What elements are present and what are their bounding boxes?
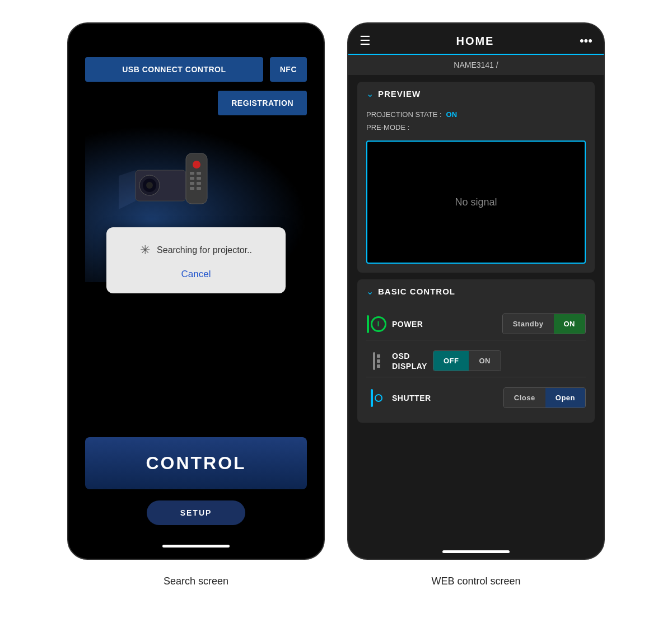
svg-point-3 (146, 182, 153, 189)
svg-rect-10 (190, 182, 194, 185)
svg-rect-6 (190, 172, 194, 175)
control-button[interactable]: CONTROL (85, 437, 307, 489)
spinner-icon: ✳ (140, 243, 150, 258)
projector-illustration (119, 137, 231, 226)
power-toggle-group: Standby ON (502, 314, 586, 334)
more-options-icon[interactable]: ••• (580, 34, 592, 48)
power-control-row: I POWER Standby ON (366, 308, 586, 340)
shutter-icon (366, 388, 386, 408)
bottom-buttons: CONTROL SETUP (85, 437, 307, 525)
preview-display: No signal (366, 141, 586, 264)
basic-control-section: ⌄ BASIC CONTROL I POWER (357, 279, 595, 423)
preview-section: ⌄ PREVIEW PROJECTION STATE : ON PRE-MODE… (357, 82, 595, 273)
top-buttons-row: USB CONNECT CONTROL NFC (85, 57, 307, 82)
svg-marker-14 (119, 170, 136, 209)
menu-icon[interactable]: ☰ (360, 34, 371, 48)
breadcrumb: NAME3141 / (348, 55, 604, 75)
basic-control-body: I POWER Standby ON (357, 303, 595, 423)
preview-body: PROJECTION STATE : ON PRE-MODE : No sign… (357, 106, 595, 273)
pre-mode-label: PRE-MODE : (366, 123, 409, 132)
searching-text: Searching for projector.. (157, 245, 252, 255)
preview-title: PREVIEW (378, 89, 421, 99)
svg-rect-12 (190, 187, 194, 190)
registration-button[interactable]: REGISTRATION (218, 91, 307, 115)
shutter-label: SHUTTER (392, 394, 498, 403)
search-dialog: ✳ Searching for projector.. Cancel (106, 227, 286, 293)
preview-header: ⌄ PREVIEW (357, 82, 595, 106)
right-screen-caption: WEB control screen (431, 575, 520, 587)
home-indicator-right (442, 550, 510, 553)
shutter-open-button[interactable]: Open (545, 388, 585, 408)
osd-icon (366, 351, 386, 371)
left-screen-caption: Search screen (164, 575, 228, 587)
svg-rect-9 (197, 177, 201, 180)
main-content: ⌄ PREVIEW PROJECTION STATE : ON PRE-MODE… (348, 75, 604, 559)
setup-button[interactable]: SETUP (147, 500, 246, 525)
home-indicator (162, 545, 230, 548)
pre-mode-row: PRE-MODE : (366, 123, 586, 132)
search-dialog-content: ✳ Searching for projector.. (140, 243, 252, 258)
shutter-close-button[interactable]: Close (504, 388, 545, 408)
osd-display-label: OSD (392, 352, 427, 361)
preview-chevron-icon: ⌄ (366, 88, 374, 99)
osd-on-button[interactable]: ON (469, 351, 501, 371)
projection-state-row: PROJECTION STATE : ON (366, 110, 586, 119)
power-label: POWER (392, 320, 497, 329)
app-header: ☰ HOME ••• (348, 24, 604, 55)
osd-display-label2: DISPLAY (392, 362, 427, 371)
shutter-control-row: SHUTTER Close Open (366, 382, 586, 414)
projection-state-label: PROJECTION STATE : (366, 110, 442, 119)
osd-off-button[interactable]: OFF (433, 351, 469, 371)
cancel-button[interactable]: Cancel (172, 266, 220, 282)
usb-connect-button[interactable]: USB CONNECT CONTROL (85, 57, 263, 82)
registration-row: REGISTRATION (85, 91, 307, 115)
projection-state-value: ON (446, 110, 458, 119)
basic-control-header: ⌄ BASIC CONTROL (357, 279, 595, 303)
osd-toggle-group: OFF ON (433, 350, 501, 371)
svg-rect-8 (190, 177, 194, 180)
svg-rect-11 (197, 182, 201, 185)
nfc-button[interactable]: NFC (270, 57, 307, 82)
no-signal-text: No signal (455, 196, 497, 208)
web-control-screen: ☰ HOME ••• NAME3141 / ⌄ PREVIEW PROJECTI… (347, 22, 605, 560)
basic-control-title: BASIC CONTROL (378, 287, 455, 296)
osd-label-block: OSD DISPLAY (392, 352, 427, 371)
svg-rect-13 (197, 187, 201, 190)
osd-display-control-row: OSD DISPLAY OFF ON (366, 345, 586, 377)
power-standby-button[interactable]: Standby (503, 314, 554, 334)
power-icon: I (366, 314, 386, 334)
projector-area: ✳ Searching for projector.. Cancel (85, 125, 307, 282)
header-title: HOME (456, 35, 494, 48)
power-on-button[interactable]: ON (554, 314, 586, 334)
shutter-toggle-group: Close Open (503, 387, 586, 408)
svg-rect-7 (197, 172, 201, 175)
svg-point-5 (193, 161, 200, 169)
search-screen: USB CONNECT CONTROL NFC REGISTRATION (67, 22, 325, 560)
basic-control-chevron-icon: ⌄ (366, 286, 374, 297)
